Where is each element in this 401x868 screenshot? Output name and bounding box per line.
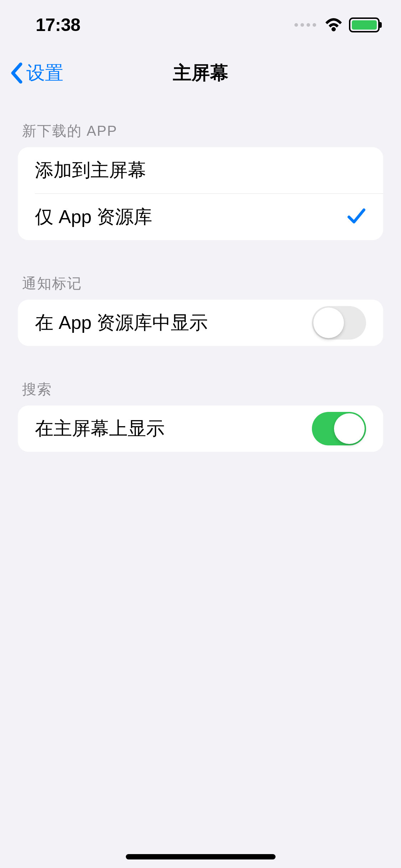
checkmark-icon xyxy=(347,207,366,227)
group-badges: 在 App 资源库中显示 xyxy=(18,300,383,346)
chevron-left-icon xyxy=(10,62,23,84)
wifi-icon xyxy=(325,18,343,32)
row-label: 在主屏幕上显示 xyxy=(35,416,165,441)
status-bar: 17:38 xyxy=(0,0,401,50)
option-label: 仅 App 资源库 xyxy=(35,205,152,229)
row-label: 在 App 资源库中显示 xyxy=(35,310,208,335)
cell-signal-dots xyxy=(294,23,316,27)
option-app-library-only[interactable]: 仅 App 资源库 xyxy=(18,194,383,240)
option-add-to-home[interactable]: 添加到主屏幕 xyxy=(18,147,383,193)
section-header-search: 搜索 xyxy=(0,372,401,405)
row-show-on-home: 在主屏幕上显示 xyxy=(18,405,383,452)
option-label: 添加到主屏幕 xyxy=(35,158,146,183)
group-new-apps: 添加到主屏幕 仅 App 资源库 xyxy=(18,147,383,240)
section-header-badges: 通知标记 xyxy=(0,267,401,300)
home-indicator[interactable] xyxy=(126,854,276,859)
page-title: 主屏幕 xyxy=(173,61,228,86)
toggle-show-in-app-library[interactable] xyxy=(312,306,366,340)
toggle-show-on-home[interactable] xyxy=(312,412,366,445)
group-search: 在主屏幕上显示 xyxy=(18,405,383,452)
status-indicators xyxy=(294,17,380,32)
nav-bar: 设置 主屏幕 xyxy=(0,50,401,96)
back-button[interactable]: 设置 xyxy=(0,61,63,86)
row-show-in-app-library: 在 App 资源库中显示 xyxy=(18,300,383,346)
content: 新下载的 APP 添加到主屏幕 仅 App 资源库 通知标记 在 App 资源库… xyxy=(0,96,401,452)
battery-icon xyxy=(349,17,380,32)
back-label: 设置 xyxy=(26,61,63,86)
status-time: 17:38 xyxy=(36,15,80,35)
section-header-new-apps: 新下载的 APP xyxy=(0,114,401,147)
